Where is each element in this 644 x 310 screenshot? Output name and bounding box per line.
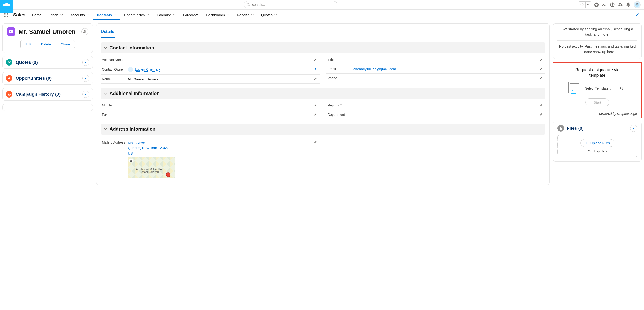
sign-title: Request a signature via template (572, 67, 623, 78)
field-reports-to: Reports To (326, 101, 545, 110)
svg-point-15 (7, 14, 8, 15)
edit-fax[interactable] (313, 112, 318, 116)
addr-line1[interactable]: Main Street (128, 140, 313, 146)
addr-line2[interactable]: Queens, New York 12345 (128, 146, 313, 151)
chevron-down-icon (227, 14, 229, 16)
related-menu[interactable] (82, 91, 89, 98)
edit-button[interactable]: Edit (21, 40, 36, 48)
activity-hint-2: No past activity. Past meetings and task… (558, 44, 637, 54)
edit-phone[interactable] (539, 76, 544, 80)
edit-reports-to[interactable] (539, 104, 544, 108)
edit-account-name[interactable] (313, 58, 318, 62)
nav-item-calendar[interactable]: Calendar (153, 10, 179, 20)
edit-title[interactable] (539, 58, 544, 62)
nav-item-forecasts[interactable]: Forecasts (179, 10, 202, 20)
svg-point-16 (4, 16, 5, 17)
nav-item-home[interactable]: Home (28, 10, 45, 20)
help-icon[interactable] (610, 2, 615, 7)
pencil-icon (540, 104, 543, 107)
nav-label: Quotes (261, 13, 272, 17)
svg-rect-21 (11, 31, 12, 32)
notifications-bell-icon[interactable] (626, 2, 631, 7)
dropbox-sign-card: Request a signature via template ✕ Selec… (553, 62, 642, 118)
related-quotes[interactable]: Quotes (0) (2, 56, 93, 69)
addr-line3[interactable]: US (128, 151, 313, 156)
pencil-icon (540, 76, 543, 80)
nav-label: Calendar (157, 13, 171, 17)
email-link[interactable]: chemaly.lucien@gmail.com (354, 67, 396, 71)
chevron-down-icon (173, 14, 176, 16)
field-phone: Phone (326, 74, 545, 83)
related-opportunities[interactable]: Opportunities (0) (2, 72, 93, 85)
edit-mailing-address[interactable] (313, 140, 318, 179)
map-preview[interactable]: 25 Archbishop Molloy High School New Yor… (128, 157, 175, 178)
favorites-button[interactable] (578, 2, 591, 8)
edit-nav-icon[interactable] (632, 10, 642, 20)
nav-item-accounts[interactable]: Accounts (66, 10, 93, 20)
view-hierarchy-button[interactable] (82, 28, 88, 35)
id-card-icon (9, 29, 13, 34)
template-placeholder: Select Template... (585, 86, 611, 90)
owner-link[interactable]: Lucien Chemaly (135, 67, 160, 72)
related-menu[interactable] (82, 75, 89, 82)
sign-footer: powered by Dropbox Sign (558, 112, 637, 116)
related-title: Campaign History (0) (16, 92, 60, 97)
related-title: Quotes (0) (16, 60, 38, 65)
svg-point-18 (7, 16, 8, 17)
related-badge-icon (6, 75, 12, 82)
nav-item-dashboards[interactable]: Dashboards (202, 10, 233, 20)
field-fax: Fax (100, 110, 320, 119)
app-logo (0, 0, 13, 13)
pencil-icon (314, 77, 317, 80)
svg-line-31 (622, 89, 623, 90)
clone-button[interactable]: Clone (56, 40, 74, 48)
astro-avatar-icon (634, 2, 640, 7)
trailhead-icon[interactable] (602, 2, 607, 7)
section-contact-info[interactable]: Contact Information (100, 42, 545, 54)
related-campaign[interactable]: Campaign History (0) (2, 88, 93, 100)
nav-item-quotes[interactable]: Quotes (257, 10, 280, 20)
start-button[interactable]: Start (585, 98, 609, 106)
related-menu[interactable] (82, 59, 89, 66)
nav-item-reports[interactable]: Reports (233, 10, 258, 20)
section-title-text: Address Information (110, 126, 156, 132)
section-address-info[interactable]: Address Information (100, 124, 545, 134)
pencil-icon (314, 112, 317, 116)
edit-department[interactable] (539, 112, 544, 116)
field-title: Title (326, 55, 545, 64)
nav-label: Reports (237, 13, 249, 17)
template-select[interactable]: Select Template... (582, 85, 626, 92)
svg-point-0 (247, 4, 249, 6)
delete-button[interactable]: Delete (36, 40, 56, 48)
edit-mobile[interactable] (313, 104, 318, 108)
edit-name[interactable] (313, 77, 318, 81)
svg-rect-23 (84, 30, 85, 31)
files-menu[interactable] (630, 125, 637, 132)
chevron-down-icon (104, 127, 107, 130)
setup-gear-icon[interactable] (618, 2, 623, 7)
contact-object-icon (7, 28, 15, 36)
pencil-icon (314, 140, 317, 144)
chevron-down-icon (104, 46, 107, 50)
svg-point-8 (636, 4, 637, 5)
global-search[interactable]: Search... (244, 1, 338, 8)
nav-item-opportunities[interactable]: Opportunities (120, 10, 153, 20)
files-drop-zone[interactable]: Upload Files Or drop files (558, 135, 637, 157)
section-additional-info[interactable]: Additional Information (100, 88, 545, 99)
user-avatar[interactable] (634, 1, 641, 8)
activity-hint-1: Get started by sending an email, schedul… (558, 26, 637, 37)
nav-item-leads[interactable]: Leads (45, 10, 66, 20)
change-owner-button[interactable] (313, 68, 318, 72)
chevron-down-icon (251, 14, 254, 16)
svg-point-9 (638, 4, 638, 5)
contact-highlights-card: Mr. Samuel Umoren Edit Delete Clone (2, 24, 93, 53)
search-icon (620, 86, 624, 90)
upload-files-button[interactable]: Upload Files (580, 139, 614, 147)
tab-details[interactable]: Details (100, 28, 115, 38)
svg-rect-22 (11, 32, 12, 32)
pencil-icon (540, 67, 543, 70)
nav-item-contacts[interactable]: Contacts (93, 10, 120, 20)
chevron-down-icon (114, 14, 116, 16)
edit-email[interactable] (539, 67, 544, 71)
add-icon[interactable] (594, 2, 599, 7)
